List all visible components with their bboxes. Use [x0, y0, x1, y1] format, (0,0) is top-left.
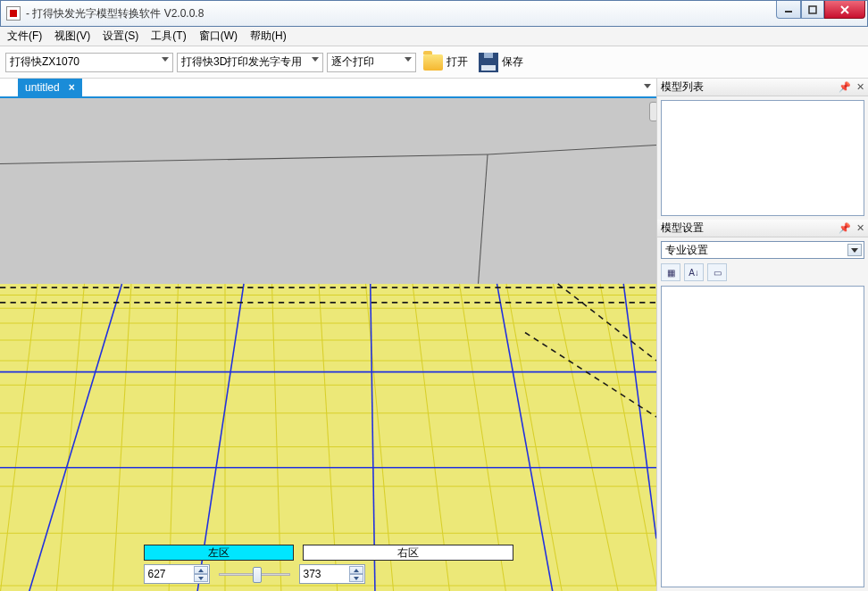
model-settings-title: 模型设置 — [661, 221, 704, 236]
print-mode-select[interactable]: 逐个打印 — [327, 53, 416, 72]
chevron-down-icon — [405, 57, 412, 62]
profile-select-value: 打得快3D打印发光字专用 — [181, 54, 302, 70]
svg-rect-4 — [0, 98, 656, 286]
tab-untitled[interactable]: untitled × — [18, 79, 82, 96]
settings-mode-value: 专业设置 — [665, 243, 708, 258]
slider-thumb[interactable] — [253, 567, 262, 583]
chevron-down-icon — [312, 57, 319, 62]
open-label: 打开 — [447, 54, 468, 70]
tab-label: untitled — [25, 81, 60, 94]
zone-split-slider[interactable] — [219, 564, 290, 584]
3d-viewport[interactable]: 左区 右区 627 373 — [0, 98, 656, 591]
panel-close-icon[interactable]: ✕ — [856, 222, 864, 234]
right-zone-label: 右区 — [397, 545, 419, 561]
minimize-button[interactable] — [776, 1, 801, 19]
model-list-body[interactable] — [661, 100, 864, 216]
menu-tools[interactable]: 工具(T) — [151, 29, 186, 44]
right-zone-value-input[interactable]: 373 — [299, 564, 365, 584]
left-zone-value-input[interactable]: 627 — [144, 564, 210, 584]
tab-overflow-icon[interactable] — [644, 84, 651, 88]
settings-mode-select[interactable]: 专业设置 — [661, 241, 864, 259]
panel-close-icon[interactable]: ✕ — [856, 81, 864, 93]
chevron-down-icon — [162, 57, 169, 62]
menu-window[interactable]: 窗口(W) — [199, 29, 238, 44]
left-zone-label: 左区 — [208, 545, 230, 561]
spin-down-icon[interactable] — [194, 574, 208, 582]
viewport-vertical-slider-thumb[interactable] — [649, 102, 656, 121]
left-zone-button[interactable]: 左区 — [144, 545, 294, 561]
right-zone-button[interactable]: 右区 — [303, 545, 513, 561]
printer-select[interactable]: 打得快ZX1070 — [5, 53, 173, 72]
menu-settings[interactable]: 设置(S) — [103, 29, 138, 44]
pin-icon[interactable]: 📌 — [839, 222, 851, 234]
sort-az-icon[interactable]: A↓ — [684, 263, 704, 281]
spin-up-icon[interactable] — [194, 566, 208, 574]
svg-rect-1 — [809, 6, 816, 13]
model-settings-panel: 模型设置 📌 ✕ 专业设置 ▦ A↓ ▭ — [657, 220, 868, 591]
property-toolbar: ▦ A↓ ▭ — [661, 262, 864, 282]
floppy-disk-icon — [479, 53, 498, 72]
spin-up-icon[interactable] — [349, 566, 363, 574]
menu-bar: 文件(F) 视图(V) 设置(S) 工具(T) 窗口(W) 帮助(H) — [0, 27, 868, 46]
model-list-panel: 模型列表 📌 ✕ — [657, 79, 868, 220]
window-title: - 打得快发光字模型转换软件 V2.0.0.8 — [26, 6, 776, 21]
menu-help[interactable]: 帮助(H) — [250, 29, 287, 44]
window-controls — [776, 1, 865, 19]
property-grid[interactable] — [661, 286, 864, 587]
toolbar: 打得快ZX1070 打得快3D打印发光字专用 逐个打印 打开 保存 — [0, 46, 868, 79]
right-sidebar: 模型列表 📌 ✕ 模型设置 📌 ✕ 专业设置 ▦ A↓ ▭ — [657, 79, 868, 591]
print-mode-value: 逐个打印 — [331, 54, 374, 70]
model-list-title: 模型列表 — [661, 79, 704, 95]
tab-close-icon[interactable]: × — [69, 81, 75, 94]
menu-file[interactable]: 文件(F) — [7, 29, 42, 44]
left-zone-value: 627 — [148, 568, 166, 580]
right-zone-value: 373 — [304, 568, 321, 580]
zone-controls: 左区 右区 627 373 — [144, 545, 513, 584]
app-icon — [6, 6, 21, 21]
viewport-scene — [0, 98, 656, 591]
chevron-down-icon — [847, 244, 862, 256]
maximize-button[interactable] — [801, 1, 824, 19]
property-pages-icon[interactable]: ▭ — [707, 263, 727, 281]
printer-select-value: 打得快ZX1070 — [10, 54, 79, 70]
categorize-icon[interactable]: ▦ — [661, 263, 680, 281]
close-button[interactable] — [824, 1, 865, 19]
document-tabstrip: untitled × — [0, 79, 656, 98]
main-area: untitled × — [0, 79, 657, 591]
open-button[interactable]: 打开 — [420, 53, 472, 72]
save-label: 保存 — [502, 54, 523, 70]
menu-view[interactable]: 视图(V) — [54, 29, 90, 44]
folder-icon — [423, 54, 443, 71]
save-button[interactable]: 保存 — [475, 51, 527, 74]
profile-select[interactable]: 打得快3D打印发光字专用 — [177, 53, 323, 72]
spin-down-icon[interactable] — [349, 574, 363, 582]
window-titlebar: - 打得快发光字模型转换软件 V2.0.0.8 — [0, 0, 868, 27]
pin-icon[interactable]: 📌 — [839, 81, 851, 93]
